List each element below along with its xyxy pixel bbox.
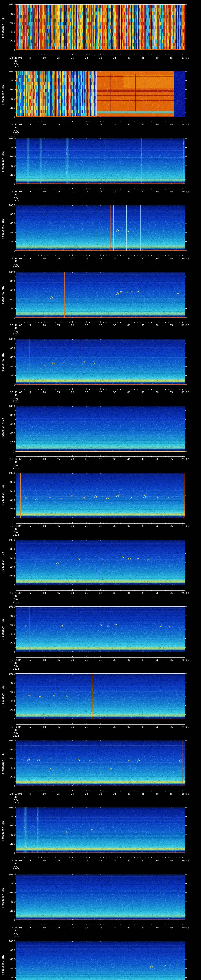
x-tick-label: 55: [170, 257, 173, 260]
panel-date-line: May: [14, 597, 18, 600]
panel-start-time: 16:16:00: [10, 56, 22, 59]
x-tick-label: 30: [99, 391, 102, 394]
spectrogram-canvas-16-29-00: [16, 874, 185, 920]
x-tick-label: 30: [99, 725, 102, 728]
panel-date-line: May: [14, 530, 18, 533]
x-tick-label: 50: [156, 659, 159, 661]
x-tick-label: 35: [113, 123, 116, 126]
panel-end-time: 28:00: [181, 792, 189, 795]
x-tick-label: 55: [170, 324, 173, 327]
panel-start-time: 16:23:00: [10, 525, 22, 527]
x-tick-label: 5: [29, 525, 31, 527]
x-tick-label: 50: [156, 190, 159, 193]
x-tick-label: 55: [170, 190, 173, 193]
y-axis-label: Frequency (Hz): [1, 418, 4, 439]
y-axis-label: Frequency (Hz): [1, 217, 4, 239]
y-tick-label: 0: [13, 784, 15, 788]
y-tick-label: 1000: [9, 471, 15, 474]
y-tick-label: 200: [10, 40, 15, 42]
x-tick-label: 25: [85, 725, 88, 728]
panel-date-line: May: [14, 664, 18, 667]
x-tick-label: 15: [57, 324, 60, 327]
x-tick-label: 10: [43, 725, 46, 728]
x-tick-label: 15: [57, 926, 60, 929]
x-tick-label: 30: [99, 926, 102, 929]
x-tick-label: 20: [71, 56, 74, 59]
x-tick-label: 20: [71, 659, 74, 661]
y-tick-label: 600: [10, 222, 15, 225]
x-tick-label: 25: [85, 525, 88, 527]
y-tick-label: 0: [13, 718, 15, 721]
x-tick-label: 55: [170, 391, 173, 394]
y-tick-label: 1000: [9, 873, 15, 876]
x-tick-label: 45: [142, 926, 145, 929]
y-tick-label: 600: [10, 623, 15, 626]
y-tick-label: 800: [10, 681, 15, 684]
y-tick-label: 400: [10, 97, 15, 100]
x-tick-label: 10: [43, 592, 46, 595]
x-tick-label: 10: [43, 525, 46, 527]
x-tick-label: 45: [142, 324, 145, 327]
x-tick-label: 45: [142, 525, 145, 527]
x-tick-label: 20: [71, 926, 74, 929]
x-tick-label: 50: [156, 123, 159, 126]
panel-date-line: May: [14, 731, 18, 734]
y-tick-label: 400: [10, 499, 15, 501]
x-tick-label: 45: [142, 56, 145, 59]
x-tick-label: 25: [85, 391, 88, 394]
x-tick-label: 15: [57, 859, 60, 862]
x-tick-label: 35: [113, 324, 116, 327]
panel-date-line: 10: [14, 59, 18, 62]
x-tick-label: 10: [43, 926, 46, 929]
panel-date-line: 10: [14, 394, 18, 397]
x-tick-label: 40: [128, 56, 131, 59]
x-tick-label: 35: [113, 725, 116, 728]
x-tick-label: 10: [43, 391, 46, 394]
y-tick-label: 600: [10, 757, 15, 760]
y-tick-label: 1000: [9, 605, 15, 608]
y-tick-label: 0: [13, 651, 15, 654]
x-tick-label: 20: [71, 525, 74, 527]
panel-end-time: 30:00: [181, 926, 189, 929]
y-tick-label: 200: [10, 240, 15, 243]
x-tick-label: 55: [170, 725, 173, 728]
x-tick-label: 30: [99, 324, 102, 327]
x-tick-label: 35: [113, 592, 116, 595]
x-tick-label: 40: [128, 391, 131, 394]
x-tick-label: 45: [142, 859, 145, 862]
x-tick-label: 20: [71, 725, 74, 728]
spectrogram-canvas-16-27-00: [16, 740, 185, 786]
y-tick-label: 1000: [9, 940, 15, 943]
y-tick-label: 1000: [9, 739, 15, 742]
x-tick-label: 30: [99, 257, 102, 260]
y-tick-label: 400: [10, 164, 15, 167]
y-tick-label: 200: [10, 106, 15, 109]
panel-end-time: 18:00: [181, 123, 189, 126]
panel-date-line: May: [14, 397, 18, 399]
panel-start-time: 16:21:00: [10, 391, 22, 394]
y-tick-label: 800: [10, 79, 15, 82]
y-tick-label: 400: [10, 298, 15, 301]
x-tick-label: 50: [156, 926, 159, 929]
x-tick-label: 15: [57, 257, 60, 260]
panel-end-time: 25:00: [181, 592, 189, 595]
x-tick-label: 20: [71, 123, 74, 126]
panel-date-line: 10: [14, 661, 18, 664]
panel-end-time: 20:00: [181, 257, 189, 260]
x-tick-label: 50: [156, 525, 159, 527]
y-tick-label: 800: [10, 12, 15, 15]
y-tick-label: 600: [10, 289, 15, 292]
y-tick-label: 1000: [9, 270, 15, 274]
panel-date-line: 10: [14, 527, 18, 530]
y-tick-label: 400: [10, 700, 15, 702]
spectrogram-canvas-16-26-00: [16, 674, 185, 719]
x-tick-label: 30: [99, 56, 102, 59]
y-tick-label: 200: [10, 441, 15, 444]
x-tick-label: 50: [156, 725, 159, 728]
panel-date-line: May: [14, 263, 18, 266]
y-tick-label: 800: [10, 280, 15, 283]
y-tick-label: 800: [10, 213, 15, 216]
panel-start-time: 16:25:00: [10, 659, 22, 661]
x-tick-label: 20: [71, 792, 74, 795]
x-tick-label: 25: [85, 859, 88, 862]
